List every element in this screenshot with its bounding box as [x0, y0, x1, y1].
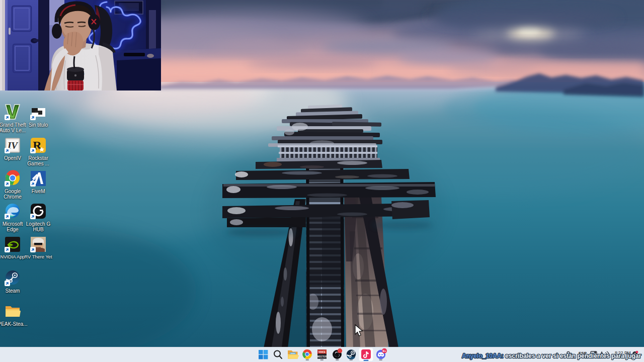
svg-text:Anyelo_10AA: escribales a ver: Anyelo_10AA: escribales a ver si están p…	[462, 352, 641, 359]
svg-text:VOICE: VOICE	[318, 351, 326, 353]
svg-text:9+: 9+	[383, 349, 386, 352]
svg-text:MEETER: MEETER	[317, 355, 328, 358]
